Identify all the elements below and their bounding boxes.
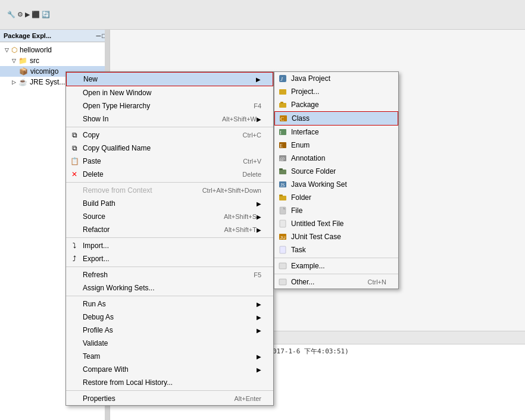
svg-text:JU: JU — [280, 235, 286, 240]
menu-item-refactor[interactable]: Refactor Alt+Shift+T ▶ — [66, 223, 273, 236]
menu-item-remove-context[interactable]: Remove from Context Ctrl+Alt+Shift+Down — [66, 184, 273, 197]
tree-label: src — [30, 57, 39, 65]
menu-item-run-as[interactable]: Run As ▶ — [66, 297, 273, 311]
svg-rect-19 — [280, 207, 286, 214]
submenu-item-package[interactable]: Package — [274, 98, 398, 111]
tree-item-src[interactable]: ▽ 📁 src — [0, 55, 110, 66]
menu-item-refresh-label: Refresh — [83, 271, 230, 279]
menu-item-compare-with[interactable]: Compare With ▶ — [66, 363, 273, 376]
svg-text:JS: JS — [280, 183, 285, 188]
new-arrow-icon: ▶ — [256, 76, 261, 83]
separator-6 — [66, 390, 273, 391]
folder-icon — [278, 193, 288, 202]
svg-text:E: E — [280, 143, 283, 149]
menu-item-assign-working-sets[interactable]: Assign Working Sets... — [66, 281, 273, 294]
menu-item-import[interactable]: ⤵ Import... — [66, 239, 273, 252]
menu-item-properties[interactable]: Properties Alt+Enter — [66, 392, 273, 405]
submenu-item-class[interactable]: C Class — [274, 111, 398, 126]
menu-item-delete[interactable]: ✕ Delete Delete — [66, 168, 273, 181]
menu-item-delete-label: Delete — [83, 170, 218, 178]
properties-icon — [70, 394, 79, 403]
menu-item-run-as-label: Run As — [83, 300, 257, 308]
submenu-item-junit-test-case[interactable]: JU JUnit Test Case — [274, 230, 398, 243]
submenu-item-java-working-set[interactable]: JS Java Working Set — [274, 178, 398, 191]
submenu-separator-2 — [274, 274, 398, 274]
menu-item-export-label: Export... — [83, 255, 261, 263]
minimize-icon[interactable]: ─ — [96, 32, 101, 39]
panel-header: Package Expl... ─ □ — [0, 30, 110, 42]
menu-item-debug-as[interactable]: Debug As ▶ — [66, 311, 273, 324]
project-icon — [278, 87, 288, 96]
submenu-item-task[interactable]: Task — [274, 243, 398, 256]
svg-rect-25 — [279, 279, 286, 285]
menu-item-properties-label: Properties — [83, 394, 210, 403]
menu-item-paste[interactable]: 📋 Paste Ctrl+V — [66, 155, 273, 168]
build-path-arrow-icon: ▶ — [257, 200, 261, 207]
tree-label: vicomigo — [30, 67, 58, 76]
menu-item-paste-label: Paste — [83, 157, 219, 165]
menu-item-validate-label: Validate — [83, 339, 261, 347]
tree-item-helloworld[interactable]: ▽ ⬡ helloworld — [0, 45, 110, 55]
team-icon — [70, 352, 79, 361]
menu-item-compare-with-label: Compare With — [83, 365, 257, 374]
menu-item-team[interactable]: Team ▶ — [66, 350, 273, 363]
submenu-item-project[interactable]: Project... — [274, 85, 398, 98]
delete-shortcut: Delete — [242, 171, 261, 178]
menu-item-show-in[interactable]: Show In Alt+Shift+W ▶ — [66, 112, 273, 126]
remove-context-shortcut: Ctrl+Alt+Shift+Down — [202, 187, 261, 194]
compare-with-arrow-icon: ▶ — [257, 366, 261, 373]
menu-item-profile-as[interactable]: Profile As ▶ — [66, 324, 273, 337]
open-type-hierarchy-shortcut: F4 — [254, 102, 261, 109]
menu-item-validate[interactable]: Validate — [66, 337, 273, 350]
separator-2 — [66, 182, 273, 183]
submenu-item-java-working-set-label: Java Working Set — [291, 180, 386, 189]
separator-4 — [66, 267, 273, 267]
submenu-item-example[interactable]: Example... — [274, 259, 398, 272]
validate-icon — [70, 338, 79, 348]
type-hierarchy-icon — [70, 101, 79, 111]
menu-item-new[interactable]: New ▶ — [66, 72, 273, 86]
debug-as-icon — [70, 312, 79, 322]
svg-rect-4 — [280, 102, 283, 104]
submenu-item-other[interactable]: Other... Ctrl+N — [274, 275, 398, 289]
ide-background: 🔧 ⚙ ▶ ⬛ 🔄 Package Expl... ─ □ ▽ ⬡ hellow… — [0, 0, 525, 420]
submenu-item-source-folder[interactable]: Source Folder — [274, 165, 398, 178]
submenu-item-enum[interactable]: E Enum — [274, 139, 398, 152]
svg-text:I: I — [280, 130, 282, 136]
menu-item-copy-qualified-label: Copy Qualified Name — [83, 144, 261, 152]
submenu-item-file[interactable]: File — [274, 204, 398, 217]
submenu-item-source-folder-label: Source Folder — [291, 167, 386, 175]
submenu-item-java-project-label: Java Project — [291, 74, 386, 83]
menu-item-open-type-hierarchy[interactable]: Open Type Hierarchy F4 — [66, 99, 273, 112]
menu-item-build-path-label: Build Path — [83, 199, 257, 208]
submenu-item-java-project[interactable]: J Java Project — [274, 72, 398, 85]
svg-rect-3 — [279, 103, 286, 108]
java-working-set-icon: JS — [278, 180, 288, 189]
svg-rect-18 — [279, 195, 283, 196]
menu-item-copy-qualified-name[interactable]: ⧉ Copy Qualified Name — [66, 142, 273, 155]
menu-item-new-label: New — [83, 75, 256, 83]
working-sets-icon — [70, 283, 79, 293]
menu-item-source[interactable]: Source Alt+Shift+S ▶ — [66, 210, 273, 223]
menu-item-build-path[interactable]: Build Path ▶ — [66, 197, 273, 210]
build-path-icon — [70, 199, 79, 208]
submenu-item-untitled-text-file[interactable]: Untitled Text File — [274, 217, 398, 230]
menu-item-open-new-window-label: Open in New Window — [83, 89, 261, 97]
submenu-item-interface[interactable]: I Interface — [274, 126, 398, 139]
menu-item-open-new-window[interactable]: Open in New Window — [66, 86, 273, 99]
menu-item-restore-history[interactable]: Restore from Local History... — [66, 376, 273, 389]
refactor-shortcut: Alt+Shift+T — [224, 226, 257, 233]
toolbar-placeholder: 🔧 ⚙ ▶ ⬛ 🔄 — [2, 11, 55, 18]
submenu-item-annotation[interactable]: @ Annotation — [274, 152, 398, 165]
junit-icon: JU — [278, 232, 288, 242]
submenu-item-enum-label: Enum — [291, 141, 386, 149]
menu-item-copy[interactable]: ⧉ Copy Ctrl+C — [66, 128, 273, 142]
profile-as-icon — [70, 325, 79, 335]
menu-item-export[interactable]: ⤴ Export... — [66, 252, 273, 265]
menu-item-refresh[interactable]: Refresh F5 — [66, 268, 273, 281]
submenu-item-folder[interactable]: Folder — [274, 191, 398, 204]
context-menu-main: New ▶ Open in New Window Open Type Hiera… — [65, 71, 274, 406]
package-icon: 📦 — [19, 67, 28, 76]
svg-rect-23 — [280, 246, 286, 253]
properties-shortcut: Alt+Enter — [234, 395, 261, 402]
